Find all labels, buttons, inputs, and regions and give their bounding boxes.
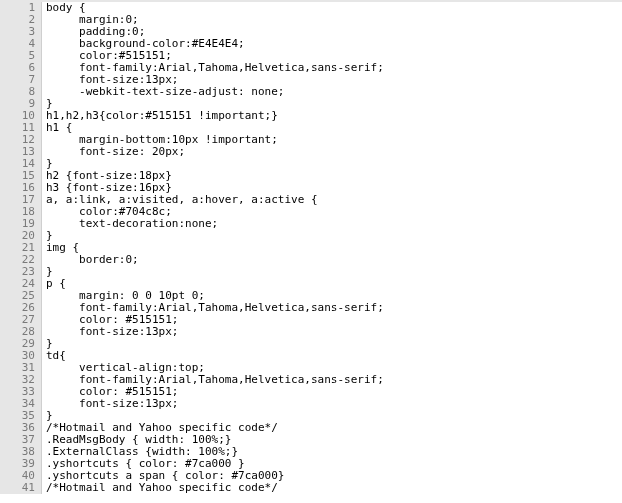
- code-line[interactable]: /*Hotmail and Yahoo specific code*/: [42, 482, 622, 494]
- code-editor-viewport: 1234567891011121314151617181920212223242…: [0, 2, 622, 494]
- code-line[interactable]: }: [42, 266, 622, 278]
- code-line[interactable]: -webkit-text-size-adjust: none;: [42, 86, 622, 98]
- code-line[interactable]: }: [42, 338, 622, 350]
- code-line[interactable]: border:0;: [42, 254, 622, 266]
- code-line[interactable]: }: [42, 230, 622, 242]
- code-line[interactable]: h1,h2,h3{color:#515151 !important;}: [42, 110, 622, 122]
- code-area[interactable]: body { margin:0; padding:0; background-c…: [42, 2, 622, 494]
- code-line[interactable]: text-decoration:none;: [42, 218, 622, 230]
- code-line[interactable]: font-size:13px;: [42, 326, 622, 338]
- line-number-gutter: 1234567891011121314151617181920212223242…: [0, 2, 42, 494]
- line-number: 41: [0, 482, 35, 494]
- code-line[interactable]: font-size: 20px;: [42, 146, 622, 158]
- code-line[interactable]: font-size:13px;: [42, 398, 622, 410]
